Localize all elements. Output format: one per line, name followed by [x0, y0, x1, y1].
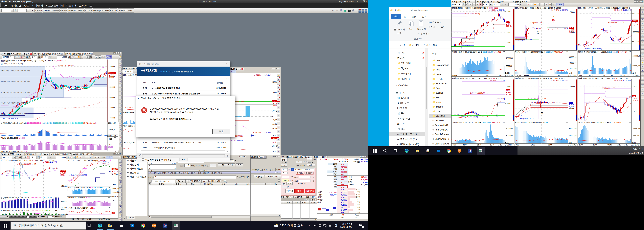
svg-text:800000: 800000 — [110, 96, 115, 98]
svg-text:← 2,130 (08/05 15:45): ← 2,130 (08/05 15:45) — [452, 44, 470, 46]
svg-text:1,055,64 (08/06 11:00): 1,055,64 (08/06 11:00) — [6, 174, 24, 176]
svg-text:x10000000: x10000000 — [108, 135, 116, 136]
svg-text:L: 22,05%: L: 22,05% — [560, 9, 568, 11]
svg-text:850000: 850000 — [110, 86, 115, 88]
svg-text:H: -3,82%: H: -3,82% — [488, 79, 496, 81]
svg-text:H: -0,21%: H: -0,21% — [253, 132, 261, 134]
svg-text:H: -4,68%: H: -4,68% — [614, 79, 622, 81]
svg-text:← 7,580 (08/06 09:15): ← 7,580 (08/06 09:15) — [460, 116, 478, 118]
svg-text:919000: 919000 — [108, 72, 114, 74]
svg-text:0,02: 0,02 — [108, 146, 112, 148]
svg-text:← 948,000 (2021/05/14): ← 948,000 (2021/05/14) — [55, 65, 74, 67]
svg-text:← 10,250 (08/06 12:30): ← 10,250 (08/06 12:30) — [528, 97, 546, 99]
svg-text:L: 0,39%: L: 0,39% — [264, 132, 272, 134]
svg-text:2,301,222 (17,19 %) (900,000 ~: 2,301,222 (17,19 %) (900,000 ~ 950,000) — [1, 70, 30, 72]
svg-text:L: 27,59%: L: 27,59% — [560, 79, 568, 81]
svg-text:q (0,00 %) (950,000 ~ 970,000): q (0,00 %) (950,000 ~ 970,000) — [1, 63, 23, 65]
svg-text:0: 0 — [553, 16, 554, 18]
svg-text:RSI (14) 08/06 15: RSI (14) 08/06 15 — [123, 125, 136, 127]
svg-text:▲ 7000: ▲ 7000 — [108, 74, 114, 76]
svg-text:917,659 (6,86 %) (750,000 ~ 80: 917,659 (6,86 %) (750,000 ~ 800,000) — [1, 102, 28, 104]
svg-text:H: -7,49%: H: -7,49% — [551, 9, 559, 11]
svg-text:950000: 950000 — [110, 66, 115, 68]
svg-text:0,05: 0,05 — [109, 144, 112, 145]
svg-text:0,77%: 0,77% — [109, 76, 114, 78]
svg-text:17,350 (08/06 10:45): 17,350 (08/06 10:45) — [528, 22, 544, 24]
svg-text:5,723,751 (42,76 %) (850,000 ~: 5,723,751 (42,76 %) (850,000 ~ 900,000) — [1, 80, 30, 82]
svg-text:L: 18,88%: L: 18,88% — [623, 79, 631, 81]
svg-text:700000: 700000 — [110, 117, 115, 119]
svg-text:L: 12,80%: L: 12,80% — [497, 79, 504, 81]
svg-text:← 1,062,03 (08/06 09:45): ← 1,062,03 (08/06 09:45) — [17, 163, 36, 165]
svg-text:KAIROS: KAIROS — [152, 225, 156, 226]
svg-text:H: -0,20%: H: -0,20% — [614, 9, 622, 11]
svg-text:▽KQ 종합(일간D: ▽KQ 종합(일간D — [123, 142, 135, 144]
svg-text:b: b — [541, 109, 542, 111]
svg-text:3,864,996 (28,87 %) (800,000 ~: 3,864,996 (28,87 %) (800,000 ~ 850,000) — [1, 92, 30, 93]
svg-text:L: 0,11%: L: 0,11% — [264, 74, 271, 76]
svg-text:50,00: 50,00 — [272, 128, 277, 130]
svg-text:60,00: 60,00 — [272, 123, 277, 125]
svg-text:0,02%: 0,02% — [272, 142, 276, 144]
svg-text:S: S — [553, 19, 554, 21]
svg-text:← 7,830 (08/05 10:00): ← 7,830 (08/05 10:00) — [516, 118, 534, 120]
svg-text:← 978,79 (2021/06/09): ← 978,79 (2021/06/09) — [69, 174, 87, 176]
svg-text:64: 64 — [537, 32, 539, 34]
svg-text:0,10: 0,10 — [109, 138, 112, 140]
svg-text:H: -2,54%: H: -2,54% — [551, 79, 559, 81]
svg-text:b1: b1 — [537, 30, 539, 32]
svg-text:245,000 (08/06 15:30) →: 245,000 (08/06 15:30) → — [608, 21, 626, 23]
svg-text:577,97? (2,32 %) (700,000 ~ 75: 577,97? (2,32 %) (700,000 ~ 750,000) — [1, 112, 28, 114]
svg-text:H: -0,22%: H: -0,22% — [253, 74, 261, 76]
svg-text:L: 21,04%: L: 21,04% — [623, 9, 631, 11]
svg-text:L: 22,54%: L: 22,54% — [497, 9, 504, 11]
svg-text:202,000 (08/05 15:00) →: 202,000 (08/05 15:00) → — [585, 48, 604, 50]
svg-text:2,735 (08/06 14:30) →: 2,735 (08/06 14:30) → — [465, 13, 482, 15]
svg-text:705,000 (2021/03/19): 705,000 (2021/03/19) — [2, 118, 18, 120]
svg-text:←13,150 (08/04 13:45): ←13,150 (08/04 13:45) — [514, 39, 532, 41]
svg-text:0,00: 0,00 — [272, 116, 275, 118]
svg-text:▲ 0,26: ▲ 0,26 — [272, 140, 278, 142]
svg-text:0,77%: 0,77% — [273, 104, 277, 106]
svg-text:,64 (2021/08/06): ,64 (2021/08/06) — [230, 139, 243, 141]
svg-text:03: 03 — [541, 112, 543, 114]
svg-text:750000: 750000 — [110, 107, 115, 109]
svg-text:2,775 (08/06 12:00): 2,775 (08/06 12:00) — [600, 87, 616, 89]
svg-text:H: -4,57%: H: -4,57% — [488, 9, 496, 11]
svg-text:KAIROS: KAIROS — [458, 150, 461, 151]
svg-text:70,00: 70,00 — [272, 119, 277, 121]
svg-text:8,890 (08/06 15:00) →: 8,890 (08/06 15:00) → — [470, 92, 488, 94]
svg-text:거래량 이동평균: 거래량 이동평균 — [123, 112, 134, 113]
svg-text:50000,00: 50000,00 — [109, 129, 116, 130]
svg-text:— 918,000 (08: — 918,000 (08 — [123, 107, 134, 108]
